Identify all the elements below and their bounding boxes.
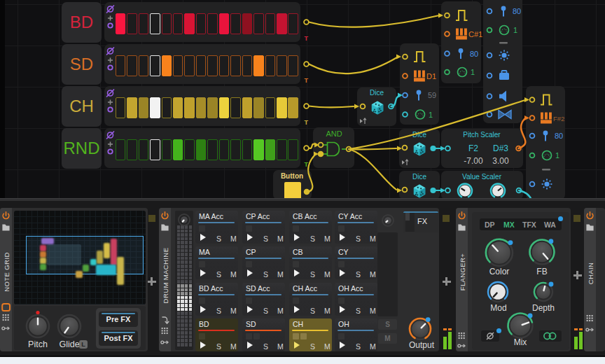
svg-text:1: 1 [555, 151, 559, 160]
svg-text:1: 1 [429, 111, 433, 119]
svg-text:1: 1 [471, 68, 475, 76]
svg-text:D1: D1 [426, 72, 436, 80]
svg-text:80: 80 [513, 7, 521, 15]
svg-text:80: 80 [470, 50, 478, 58]
svg-text:C#1: C#1 [468, 30, 482, 38]
svg-text:59: 59 [428, 91, 436, 99]
svg-text:F#2: F#2 [553, 115, 564, 122]
svg-text:80: 80 [555, 132, 563, 140]
svg-text:1: 1 [513, 26, 517, 34]
